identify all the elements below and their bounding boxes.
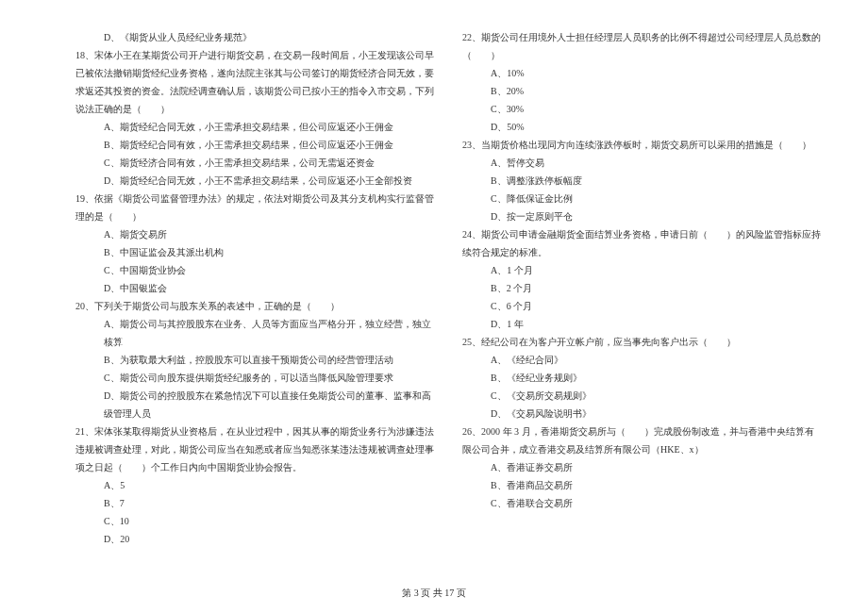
- q18-option-a: A、期货经纪合同无效，小王需承担交易结果，但公司应返还小王佣金: [75, 118, 434, 136]
- q17-option-d: D、《期货从业人员经纪业务规范》: [75, 28, 434, 46]
- q20-stem: 20、下列关于期货公司与股东关系的表述中，正确的是（ ）: [75, 297, 434, 315]
- q18-option-d: D、期货经纪合同无效，小王不需承担交易结果，公司应返还小王全部投资: [75, 172, 434, 190]
- q26-option-a: A、香港证券交易所: [462, 458, 821, 476]
- q22-stem: 22、期货公司任用境外人士担任经理层人员职务的比例不得超过公司经理层人员总数的（…: [462, 28, 821, 64]
- q22-option-b: B、20%: [462, 82, 821, 100]
- q19-option-b: B、中国证监会及其派出机构: [75, 243, 434, 261]
- q21-stem: 21、宋体张某取得期货从业资格后，在从业过程中，因其从事的期货业务行为涉嫌违法违…: [75, 422, 434, 476]
- q26-stem: 26、2000 年 3 月，香港期货交易所与（ ）完成股份制改造，并与香港中央结…: [462, 422, 821, 458]
- left-column: D、《期货从业人员经纪业务规范》 18、宋体小王在某期货公司开户进行期货交易，在…: [75, 28, 434, 548]
- q25-option-d: D、《交易风险说明书》: [462, 405, 821, 422]
- q18-option-b: B、期货经纪合同有效，小王需承担交易结果，但公司应返还小王佣金: [75, 136, 434, 154]
- q25-option-a: A、《经纪合同》: [462, 351, 821, 369]
- page-columns: D、《期货从业人员经纪业务规范》 18、宋体小王在某期货公司开户进行期货交易，在…: [75, 28, 821, 548]
- q25-option-c: C、《交易所交易规则》: [462, 387, 821, 405]
- q26-option-b: B、香港商品交易所: [462, 476, 821, 494]
- q23-stem: 23、当期货价格出现同方向连续涨跌停板时，期货交易所可以采用的措施是（ ）: [462, 136, 821, 154]
- q20-option-b: B、为获取最大利益，控股股东可以直接干预期货公司的经营管理活动: [75, 351, 434, 369]
- q19-option-a: A、期货交易所: [75, 225, 434, 243]
- q26-option-c: C、香港联合交易所: [462, 494, 821, 512]
- q22-option-c: C、30%: [462, 100, 821, 118]
- q24-option-b: B、2 个月: [462, 279, 821, 297]
- q25-option-b: B、《经纪业务规则》: [462, 369, 821, 387]
- q20-option-a: A、期货公司与其控股股东在业务、人员等方面应当严格分开，独立经营，独立核算: [75, 315, 434, 351]
- q21-option-a: A、5: [75, 476, 434, 494]
- q23-option-a: A、暂停交易: [462, 154, 821, 172]
- q22-option-d: D、50%: [462, 118, 821, 136]
- q23-option-d: D、按一定原则平仓: [462, 207, 821, 225]
- q22-option-a: A、10%: [462, 64, 821, 82]
- q24-stem: 24、期货公司申请金融期货全面结算业务资格，申请日前（ ）的风险监管指标应持续符…: [462, 225, 821, 261]
- right-column: 22、期货公司任用境外人士担任经理层人员职务的比例不得超过公司经理层人员总数的（…: [462, 28, 821, 548]
- page-footer: 第 3 页 共 17 页: [0, 584, 868, 602]
- q18-stem: 18、宋体小王在某期货公司开户进行期货交易，在交易一段时间后，小王发现该公司早已…: [75, 46, 434, 118]
- q20-option-c: C、期货公司向股东提供期货经纪服务的，可以适当降低风险管理要求: [75, 369, 434, 387]
- q19-option-c: C、中国期货业协会: [75, 261, 434, 279]
- q24-option-c: C、6 个月: [462, 297, 821, 315]
- q23-option-b: B、调整涨跌停板幅度: [462, 172, 821, 190]
- q19-option-d: D、中国银监会: [75, 279, 434, 297]
- q21-option-b: B、7: [75, 494, 434, 512]
- q23-option-c: C、降低保证金比例: [462, 190, 821, 207]
- q21-option-d: D、20: [75, 530, 434, 548]
- q19-stem: 19、依据《期货公司监督管理办法》的规定，依法对期货公司及其分支机构实行监督管理…: [75, 190, 434, 225]
- q20-option-d: D、期货公司的控股股东在紧急情况下可以直接任免期货公司的董事、监事和高级管理人员: [75, 387, 434, 422]
- q24-option-d: D、1 年: [462, 315, 821, 333]
- q21-option-c: C、10: [75, 512, 434, 530]
- q24-option-a: A、1 个月: [462, 261, 821, 279]
- q18-option-c: C、期货经济合同有效，小王需承担交易结果，公司无需返还资金: [75, 154, 434, 172]
- q25-stem: 25、经纪公司在为客户开立帐户前，应当事先向客户出示（ ）: [462, 333, 821, 351]
